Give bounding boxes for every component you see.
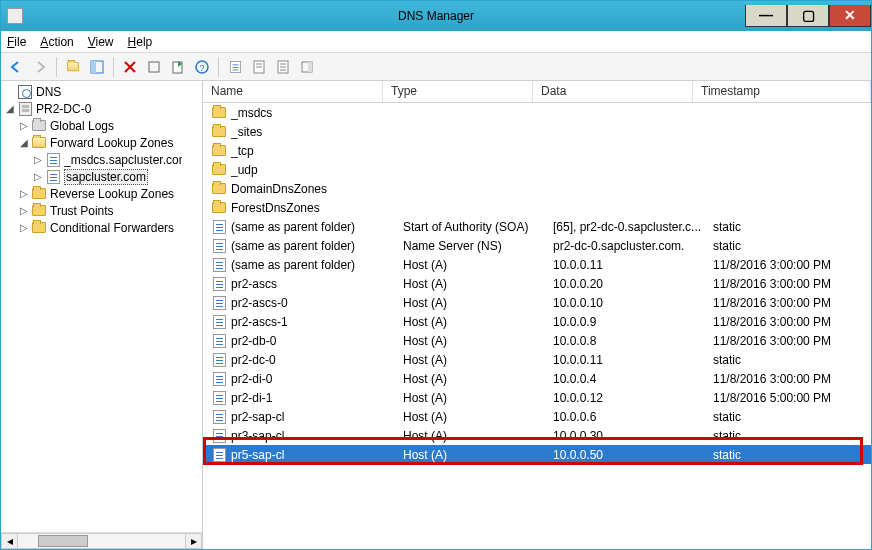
tree-node-trust-points[interactable]: ▷ Trust Points bbox=[3, 202, 202, 219]
list-record-row[interactable]: pr2-ascs-0Host (A)10.0.0.1011/8/2016 3:0… bbox=[203, 293, 871, 312]
list-record-row[interactable]: pr2-dc-0Host (A)10.0.0.11static bbox=[203, 350, 871, 369]
list-folder-row[interactable]: _msdcs bbox=[203, 103, 871, 122]
expand-toggle-icon[interactable]: ▷ bbox=[31, 171, 45, 182]
list-folder-row[interactable]: _tcp bbox=[203, 141, 871, 160]
list-record-row[interactable]: pr2-ascsHost (A)10.0.0.2011/8/2016 3:00:… bbox=[203, 274, 871, 293]
tree-pane: DNS ◢ PR2-DC-0 ▷ Global Logs ◢ Forward L… bbox=[1, 81, 203, 549]
cell-name: _udp bbox=[231, 163, 403, 177]
list-record-row[interactable]: pr5-sap-clHost (A)10.0.0.50static bbox=[203, 445, 871, 464]
maximize-button[interactable]: ▢ bbox=[787, 5, 829, 27]
cell-timestamp: static bbox=[713, 220, 871, 234]
cell-name: pr2-di-0 bbox=[231, 372, 403, 386]
tree-scrollbar[interactable]: ◂ ▸ bbox=[1, 532, 202, 549]
record-icon bbox=[211, 390, 227, 406]
scroll-left-icon[interactable]: ◂ bbox=[1, 533, 18, 549]
delete-button[interactable] bbox=[119, 56, 141, 78]
list-folder-row[interactable]: _udp bbox=[203, 160, 871, 179]
new-record-button[interactable] bbox=[224, 56, 246, 78]
scroll-thumb[interactable] bbox=[38, 535, 88, 547]
cell-data: 10.0.0.4 bbox=[553, 372, 713, 386]
column-header-type[interactable]: Type bbox=[383, 81, 533, 102]
cell-timestamp: 11/8/2016 3:00:00 PM bbox=[713, 372, 871, 386]
tree-node-server[interactable]: ◢ PR2-DC-0 bbox=[3, 100, 202, 117]
help-button[interactable]: ? bbox=[191, 56, 213, 78]
cell-type: Host (A) bbox=[403, 448, 553, 462]
filter-button[interactable] bbox=[296, 56, 318, 78]
expand-toggle-icon[interactable]: ▷ bbox=[17, 222, 31, 233]
cell-name: pr5-sap-cl bbox=[231, 448, 403, 462]
refresh-button[interactable] bbox=[143, 56, 165, 78]
expand-toggle-icon[interactable]: ▷ bbox=[17, 120, 31, 131]
menu-help[interactable]: Help bbox=[128, 35, 153, 49]
tree-node-sapcluster-zone[interactable]: ▷ sapcluster.com bbox=[3, 168, 202, 185]
export-button[interactable] bbox=[167, 56, 189, 78]
tree-node-msdcs-zone[interactable]: ▷ _msdcs.sapcluster.com bbox=[3, 151, 202, 168]
column-header-name[interactable]: Name bbox=[203, 81, 383, 102]
tree-node-reverse-lookup-zones[interactable]: ▷ Reverse Lookup Zones bbox=[3, 185, 202, 202]
cell-type: Host (A) bbox=[403, 334, 553, 348]
cell-name: pr2-ascs bbox=[231, 277, 403, 291]
list-record-row[interactable]: pr2-di-1Host (A)10.0.0.1211/8/2016 5:00:… bbox=[203, 388, 871, 407]
list-record-row[interactable]: (same as parent folder)Name Server (NS)p… bbox=[203, 236, 871, 255]
list-record-row[interactable]: pr2-di-0Host (A)10.0.0.411/8/2016 3:00:0… bbox=[203, 369, 871, 388]
scroll-right-icon[interactable]: ▸ bbox=[185, 533, 202, 549]
cell-data: 10.0.0.9 bbox=[553, 315, 713, 329]
properties-button-1[interactable] bbox=[248, 56, 270, 78]
record-icon bbox=[211, 409, 227, 425]
cell-name: DomainDnsZones bbox=[231, 182, 403, 196]
cell-timestamp: 11/8/2016 3:00:00 PM bbox=[713, 315, 871, 329]
cell-data: [65], pr2-dc-0.sapcluster.c... bbox=[553, 220, 713, 234]
column-header-timestamp[interactable]: Timestamp bbox=[693, 81, 871, 102]
record-icon bbox=[211, 314, 227, 330]
up-button[interactable] bbox=[62, 56, 84, 78]
list-record-row[interactable]: (same as parent folder)Start of Authorit… bbox=[203, 217, 871, 236]
expand-toggle-icon[interactable]: ◢ bbox=[17, 137, 31, 148]
expand-toggle-icon[interactable]: ▷ bbox=[17, 188, 31, 199]
back-button[interactable] bbox=[5, 56, 27, 78]
cell-type: Host (A) bbox=[403, 391, 553, 405]
cell-type: Host (A) bbox=[403, 353, 553, 367]
svg-rect-2 bbox=[149, 62, 159, 72]
minimize-button[interactable]: — bbox=[745, 5, 787, 27]
list-folder-row[interactable]: ForestDnsZones bbox=[203, 198, 871, 217]
cell-name: (same as parent folder) bbox=[231, 258, 403, 272]
title-bar: DNS Manager — ▢ ✕ bbox=[1, 1, 871, 31]
cell-data: 10.0.0.10 bbox=[553, 296, 713, 310]
properties-button-2[interactable] bbox=[272, 56, 294, 78]
cell-timestamp: 11/8/2016 3:00:00 PM bbox=[713, 277, 871, 291]
expand-toggle-icon[interactable]: ▷ bbox=[17, 205, 31, 216]
show-hide-tree-button[interactable] bbox=[86, 56, 108, 78]
tree-node-forward-lookup-zones[interactable]: ◢ Forward Lookup Zones bbox=[3, 134, 202, 151]
menu-view[interactable]: View bbox=[88, 35, 114, 49]
cell-name: (same as parent folder) bbox=[231, 239, 403, 253]
list-folder-row[interactable]: _sites bbox=[203, 122, 871, 141]
expand-toggle-icon[interactable]: ▷ bbox=[31, 154, 45, 165]
cell-data: 10.0.0.11 bbox=[553, 258, 713, 272]
record-icon bbox=[211, 219, 227, 235]
list-header: Name Type Data Timestamp bbox=[203, 81, 871, 103]
tree-node-global-logs[interactable]: ▷ Global Logs bbox=[3, 117, 202, 134]
list-record-row[interactable]: pr3-sap-clHost (A)10.0.0.30static bbox=[203, 426, 871, 445]
tree-node-conditional-forwarders[interactable]: ▷ Conditional Forwarders bbox=[3, 219, 202, 236]
expand-toggle-icon[interactable]: ◢ bbox=[3, 103, 17, 114]
menu-action[interactable]: Action bbox=[40, 35, 73, 49]
close-button[interactable]: ✕ bbox=[829, 5, 871, 27]
cell-name: pr2-ascs-1 bbox=[231, 315, 403, 329]
column-header-data[interactable]: Data bbox=[533, 81, 693, 102]
list-record-row[interactable]: pr2-ascs-1Host (A)10.0.0.911/8/2016 3:00… bbox=[203, 312, 871, 331]
cell-name: pr2-sap-cl bbox=[231, 410, 403, 424]
svg-rect-1 bbox=[91, 61, 96, 73]
menu-bar: File Action View Help bbox=[1, 31, 871, 53]
cell-timestamp: 11/8/2016 3:00:00 PM bbox=[713, 334, 871, 348]
cell-name: pr2-ascs-0 bbox=[231, 296, 403, 310]
list-record-row[interactable]: pr2-sap-clHost (A)10.0.0.6static bbox=[203, 407, 871, 426]
list-record-row[interactable]: (same as parent folder)Host (A)10.0.0.11… bbox=[203, 255, 871, 274]
tree-root-dns[interactable]: DNS bbox=[3, 83, 202, 100]
menu-file[interactable]: File bbox=[7, 35, 26, 49]
list-pane: Name Type Data Timestamp _msdcs_sites_tc… bbox=[203, 81, 871, 549]
forward-button[interactable] bbox=[29, 56, 51, 78]
list-folder-row[interactable]: DomainDnsZones bbox=[203, 179, 871, 198]
cell-name: pr2-dc-0 bbox=[231, 353, 403, 367]
list-record-row[interactable]: pr2-db-0Host (A)10.0.0.811/8/2016 3:00:0… bbox=[203, 331, 871, 350]
record-icon bbox=[211, 447, 227, 463]
